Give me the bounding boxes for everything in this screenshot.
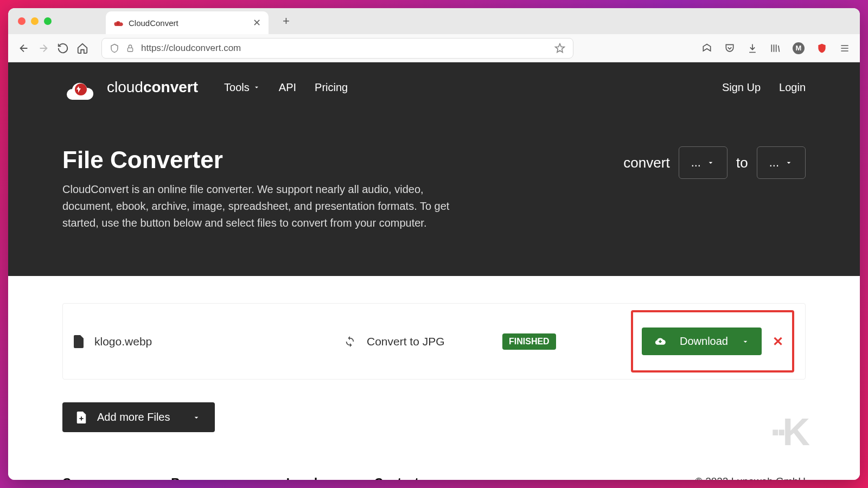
page-content: cloudconvert Tools API Pricing Sign Up L… [8, 62, 860, 480]
format-to-value: ... [769, 156, 779, 170]
svg-point-0 [117, 22, 119, 25]
format-from-value: ... [691, 156, 701, 170]
file-icon [74, 335, 84, 348]
maximize-window-button[interactable] [44, 17, 52, 25]
page-title: File Converter [62, 146, 453, 174]
new-tab-button[interactable]: + [283, 14, 290, 28]
footer-copyright: © 2022 Lunaweb GmbH [685, 476, 806, 480]
download-label: Download [680, 335, 728, 348]
url-bar[interactable]: https://cloudconvert.com [101, 38, 573, 59]
reload-button[interactable] [57, 42, 69, 54]
chevron-down-icon [253, 84, 260, 91]
format-to-dropdown[interactable]: ... [757, 146, 806, 179]
footer-resources-header: Resources [171, 476, 232, 480]
add-more-files-button[interactable]: Add more Files [62, 402, 215, 432]
forward-button[interactable] [37, 42, 49, 54]
footer: ··K Company About Us Resources Blog Lega… [8, 448, 860, 480]
nav-login[interactable]: Login [779, 81, 806, 94]
tab-bar: CloudConvert ✕ + [8, 8, 860, 34]
chevron-down-icon [784, 158, 793, 167]
footer-contact-header: Contact [374, 476, 425, 480]
save-to-pocket-icon[interactable] [701, 43, 712, 54]
footer-col-resources: Resources Blog [171, 476, 232, 480]
convert-target-label: Convert to JPG [367, 335, 492, 348]
add-more-label: Add more Files [97, 411, 170, 423]
browser-toolbar: https://cloudconvert.com M [8, 34, 860, 62]
back-button[interactable] [18, 42, 30, 54]
home-button[interactable] [76, 42, 88, 54]
to-label: to [736, 155, 748, 171]
pocket-icon[interactable] [724, 43, 735, 54]
convert-icon [344, 336, 356, 348]
chevron-down-icon [192, 413, 201, 422]
traffic-lights [18, 17, 52, 25]
file-name: klogo.webp [94, 335, 333, 348]
protection-shield-icon[interactable] [816, 43, 827, 54]
watermark: ··K [770, 410, 806, 454]
status-badge: FINISHED [502, 333, 556, 350]
convert-controls: convert ... to ... [623, 146, 806, 179]
url-text: https://cloudconvert.com [141, 43, 548, 54]
download-button[interactable]: Download [642, 328, 762, 355]
tab-favicon-icon [113, 18, 123, 28]
footer-col-company: Company About Us [62, 476, 117, 480]
brand-text: cloudconvert [107, 79, 198, 96]
nav-signup[interactable]: Sign Up [722, 81, 761, 94]
library-icon[interactable] [770, 43, 781, 54]
downloads-icon[interactable] [747, 43, 758, 54]
format-from-dropdown[interactable]: ... [679, 146, 727, 179]
svg-rect-1 [127, 48, 132, 52]
nav-tools[interactable]: Tools [224, 81, 260, 94]
tab-title: CloudConvert [129, 18, 247, 28]
hero-description: CloudConvert is an online file converter… [62, 181, 453, 232]
chevron-down-icon [706, 158, 715, 167]
hero-text: File Converter CloudConvert is an online… [62, 146, 453, 232]
lock-icon [126, 44, 135, 53]
close-tab-button[interactable]: ✕ [253, 17, 261, 29]
cloud-download-icon [654, 336, 667, 347]
browser-window: CloudConvert ✕ + https://cloudconvert.co… [8, 8, 860, 480]
file-row: klogo.webp Convert to JPG FINISHED Downl… [62, 303, 806, 380]
footer-col-legal: Legal Privacy [286, 476, 320, 480]
footer-columns: Company About Us Resources Blog Legal Pr… [62, 476, 425, 480]
footer-col-contact: Contact Contact Us [374, 476, 425, 480]
nav-tools-label: Tools [224, 81, 250, 94]
file-section: klogo.webp Convert to JPG FINISHED Downl… [8, 276, 860, 448]
convert-label: convert [623, 155, 669, 171]
hero: File Converter CloudConvert is an online… [62, 146, 806, 232]
close-window-button[interactable] [18, 17, 25, 25]
bookmark-star-icon[interactable] [554, 43, 565, 54]
minimize-window-button[interactable] [31, 17, 39, 25]
nav-api[interactable]: API [279, 81, 296, 94]
footer-right: © 2022 Lunaweb GmbH Made in Munich, Germ… [685, 476, 806, 480]
brand-logo[interactable]: cloudconvert [62, 74, 198, 100]
download-highlight-box: Download ✕ [631, 310, 794, 373]
toolbar-right-icons: M [701, 42, 850, 54]
shield-icon [110, 43, 119, 53]
footer-company-header: Company [62, 476, 117, 480]
remove-file-button[interactable]: ✕ [773, 334, 783, 349]
site-navbar: cloudconvert Tools API Pricing Sign Up L… [62, 74, 806, 100]
nav-pricing[interactable]: Pricing [315, 81, 348, 94]
nav-links: Tools API Pricing [224, 81, 348, 94]
hero-header: cloudconvert Tools API Pricing Sign Up L… [8, 62, 860, 276]
cloud-logo-icon [62, 74, 99, 100]
browser-tab[interactable]: CloudConvert ✕ [106, 11, 269, 34]
menu-icon[interactable] [839, 43, 850, 54]
chevron-down-icon [741, 337, 750, 346]
footer-legal-header: Legal [286, 476, 320, 480]
account-icon[interactable]: M [793, 42, 805, 54]
nav-right: Sign Up Login [722, 81, 806, 94]
file-plus-icon [76, 412, 86, 423]
